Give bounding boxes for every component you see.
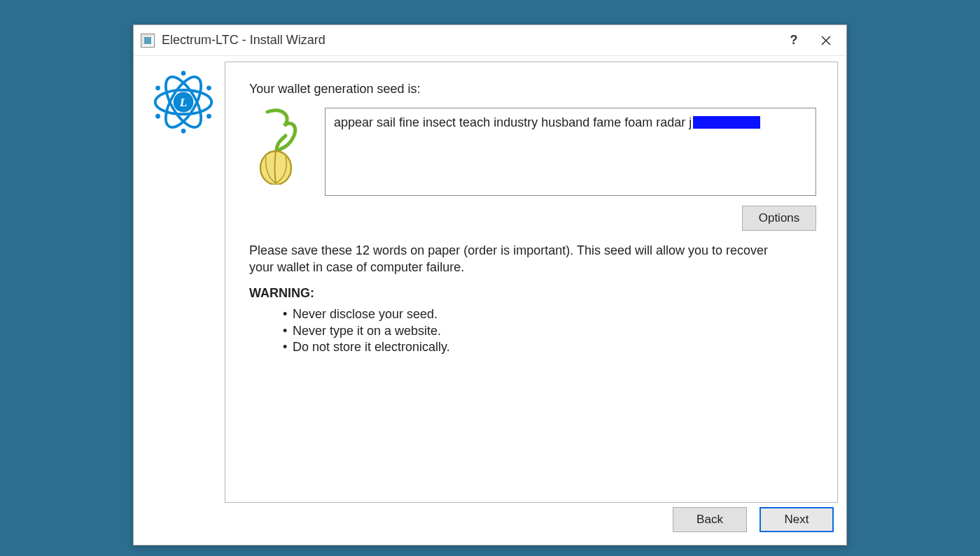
svg-point-10 [206, 114, 211, 119]
wizard-content-panel: Your wallet generation seed is: appear s… [225, 62, 838, 503]
instructions-text: Please save these 12 words on paper (ord… [249, 242, 781, 276]
svg-point-9 [155, 85, 160, 90]
seed-label: Your wallet generation seed is: [249, 82, 816, 97]
help-button[interactable]: ? [778, 29, 810, 52]
titlebar: Electrum-LTC - Install Wizard ? [134, 25, 846, 56]
close-button[interactable] [810, 29, 842, 52]
seed-sprout-icon [253, 108, 305, 185]
install-wizard-window: Electrum-LTC - Install Wizard ? L [133, 24, 847, 546]
back-button-label: Back [696, 513, 723, 527]
svg-point-7 [181, 71, 186, 76]
electrum-ltc-logo-icon: L [150, 69, 217, 503]
svg-point-12 [206, 85, 211, 90]
warning-list: Never disclose your seed. Never type it … [283, 306, 816, 357]
wizard-footer: Back Next [134, 503, 846, 545]
svg-text:L: L [179, 96, 188, 109]
svg-point-11 [155, 114, 160, 119]
svg-point-8 [181, 129, 186, 134]
options-button[interactable]: Options [742, 206, 816, 231]
app-icon [141, 34, 155, 48]
next-button-label: Next [785, 513, 809, 527]
window-title: Electrum-LTC - Install Wizard [162, 33, 326, 48]
back-button[interactable]: Back [673, 507, 747, 532]
warning-item: Never type it on a website. [283, 323, 816, 340]
warning-item: Never disclose your seed. [283, 306, 816, 323]
warning-item: Do not store it electronically. [283, 339, 816, 356]
seed-phrase-box[interactable]: appear sail fine insect teach industry h… [325, 108, 816, 196]
warning-heading: WARNING: [249, 286, 816, 301]
seed-redacted-block [693, 116, 760, 129]
close-icon [821, 36, 831, 45]
seed-phrase-text: appear sail fine insect teach industry h… [334, 115, 692, 129]
options-button-label: Options [759, 211, 800, 225]
next-button[interactable]: Next [760, 507, 834, 532]
